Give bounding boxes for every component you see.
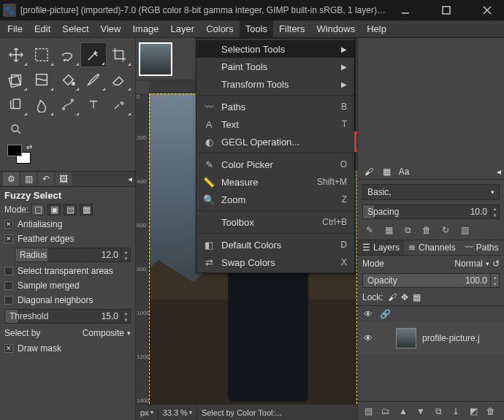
tab-images[interactable]: 🖼 xyxy=(56,172,72,186)
tools-menu-text[interactable]: ATextT xyxy=(196,115,354,133)
status-unit[interactable]: px▾ xyxy=(136,405,159,420)
layer-opacity-slider[interactable]: Opacity 100.0 ▲▼ xyxy=(362,273,500,288)
tools-menu-color-picker[interactable]: ✎Color PickerO xyxy=(196,156,354,173)
feather-checkbox[interactable] xyxy=(4,234,13,243)
fg-color-swatch[interactable] xyxy=(7,145,22,156)
tool-rotate[interactable] xyxy=(3,67,28,92)
brush-selector[interactable]: Basic, ▾ xyxy=(362,184,500,200)
tools-menu-selection-tools[interactable]: Selection Tools▶ xyxy=(196,40,354,58)
tab-paths[interactable]: 〰Paths xyxy=(460,240,503,255)
menu-colors[interactable]: Colors xyxy=(200,20,240,37)
lock-pixels-icon[interactable]: 🖌 xyxy=(388,292,397,302)
tools-menu-swap-colors[interactable]: ⇄Swap ColorsX xyxy=(196,253,354,271)
tool-zoom[interactable] xyxy=(3,117,29,142)
layer-item[interactable]: 👁 profile-picture.j xyxy=(358,322,504,354)
tab-channels[interactable]: ≋Channels xyxy=(404,240,460,255)
tool-color-picker[interactable] xyxy=(107,92,132,117)
mode-replace[interactable]: ▢ xyxy=(31,204,45,215)
tab-brushes[interactable]: 🖌 xyxy=(361,165,377,178)
menu-view[interactable]: View xyxy=(95,20,127,37)
tool-path[interactable] xyxy=(55,92,80,117)
tools-menu-measure[interactable]: 📏MeasureShift+M xyxy=(196,173,354,191)
lock-alpha-icon[interactable]: ▦ xyxy=(413,292,421,302)
mode-add[interactable]: ▣ xyxy=(47,204,61,215)
radius-slider[interactable]: Radius 12.0 ▲▼ xyxy=(15,248,131,262)
layer-name[interactable]: profile-picture.j xyxy=(422,333,480,343)
antialiasing-checkbox[interactable] xyxy=(4,220,13,229)
menu-image[interactable]: Image xyxy=(126,20,164,37)
brush-del-icon[interactable]: 🗑 xyxy=(419,224,434,237)
close-button[interactable] xyxy=(475,0,500,20)
menu-help[interactable]: Help xyxy=(361,20,392,37)
tool-smudge[interactable] xyxy=(28,92,54,117)
sample-merged-checkbox[interactable] xyxy=(4,281,13,290)
layer-thumbnail[interactable] xyxy=(396,328,416,348)
layer-visibility-icon[interactable]: 👁 xyxy=(362,333,374,343)
tab-menu-icon[interactable]: ◂ xyxy=(497,167,501,177)
brush-refresh-icon[interactable]: ↻ xyxy=(438,224,453,237)
tool-rect-select[interactable] xyxy=(28,42,54,67)
brush-dup-icon[interactable]: ⧉ xyxy=(400,224,415,237)
menu-edit[interactable]: Edit xyxy=(28,20,56,37)
delete-layer-icon[interactable]: 🗑 xyxy=(484,405,498,418)
menu-file[interactable]: File xyxy=(1,20,28,37)
new-layer-icon[interactable]: ▤ xyxy=(361,405,375,418)
menu-tools[interactable]: Tools xyxy=(240,20,273,37)
tool-eraser[interactable] xyxy=(107,67,132,92)
tab-device-status[interactable]: ▥ xyxy=(20,172,37,186)
tool-paintbrush[interactable] xyxy=(80,67,106,92)
brush-edit-icon[interactable]: ✎ xyxy=(362,224,377,237)
brush-new-icon[interactable]: ▦ xyxy=(381,224,396,237)
new-group-icon[interactable]: 🗂 xyxy=(378,405,393,418)
tools-menu-zoom[interactable]: 🔍ZoomZ xyxy=(196,191,354,208)
tool-free-select[interactable] xyxy=(55,42,80,67)
raise-layer-icon[interactable]: ▲ xyxy=(396,405,411,418)
lower-layer-icon[interactable]: ▼ xyxy=(413,405,428,418)
mode-intersect[interactable]: ▦ xyxy=(80,204,93,215)
menu-windows[interactable]: Windows xyxy=(310,20,361,37)
fg-bg-colors[interactable]: ⇄ xyxy=(0,143,135,171)
layer-mode-dropdown[interactable]: Normal ▾ ↺ xyxy=(454,259,500,269)
tab-menu-icon[interactable]: ◂ xyxy=(128,174,132,184)
tool-fuzzy-select[interactable] xyxy=(80,42,106,67)
selectby-dropdown[interactable]: Composite ▾ xyxy=(83,328,131,338)
tool-crop[interactable] xyxy=(107,42,132,67)
threshold-slider[interactable]: Threshold 15.0 ▲▼ xyxy=(4,309,131,324)
swap-colors-icon[interactable]: ⇄ xyxy=(26,143,32,151)
mask-layer-icon[interactable]: ◩ xyxy=(466,405,481,418)
tool-warp[interactable] xyxy=(28,67,54,92)
merge-layer-icon[interactable]: ⤓ xyxy=(448,405,463,418)
tools-menu-paths[interactable]: 〰PathsB xyxy=(196,98,354,115)
tool-move[interactable] xyxy=(3,42,28,67)
tab-layers[interactable]: ☰Layers xyxy=(358,240,404,255)
ruler-vertical[interactable]: 0 200 400 600 800 1000 1200 1400 xyxy=(136,93,149,408)
dup-layer-icon[interactable]: ⧉ xyxy=(431,405,446,418)
tool-clone[interactable] xyxy=(3,92,28,117)
menu-filters[interactable]: Filters xyxy=(273,20,310,37)
tools-menu-gegl[interactable]: ◐GEGL Operation... xyxy=(196,133,354,150)
tab-undo-history[interactable]: ↶ xyxy=(38,172,54,186)
maximize-button[interactable] xyxy=(434,0,459,20)
menu-layer[interactable]: Layer xyxy=(165,20,201,37)
mode-switch-icon[interactable]: ↺ xyxy=(492,259,500,269)
lock-position-icon[interactable]: ✥ xyxy=(401,292,408,302)
drawmask-checkbox[interactable] xyxy=(4,344,13,353)
tools-menu-transform-tools[interactable]: Transform Tools▶ xyxy=(196,75,354,93)
tab-patterns[interactable]: ▦ xyxy=(378,165,394,178)
tool-bucket[interactable] xyxy=(55,67,80,92)
brush-spacing-slider[interactable]: Spacing 10.0 ▲▼ xyxy=(362,205,500,219)
minimize-button[interactable] xyxy=(393,0,418,20)
tools-menu-toolbox[interactable]: ToolboxCtrl+B xyxy=(196,213,354,231)
transparent-checkbox[interactable] xyxy=(4,267,13,275)
diagonal-checkbox[interactable] xyxy=(4,296,13,305)
mode-subtract[interactable]: ▤ xyxy=(64,204,77,215)
tab-fonts[interactable]: Aa xyxy=(396,165,412,178)
menu-select[interactable]: Select xyxy=(56,20,94,37)
tab-tool-options[interactable]: ⚙ xyxy=(3,172,19,186)
tools-menu-default-colors[interactable]: ◧Default ColorsD xyxy=(196,236,354,253)
brush-open-icon[interactable]: ▥ xyxy=(457,224,472,237)
tools-menu-paint-tools[interactable]: Paint Tools▶ xyxy=(196,58,354,75)
image-thumb[interactable] xyxy=(139,42,172,76)
tool-text[interactable] xyxy=(80,92,106,117)
status-zoom[interactable]: 33.3 %▾ xyxy=(159,405,197,420)
